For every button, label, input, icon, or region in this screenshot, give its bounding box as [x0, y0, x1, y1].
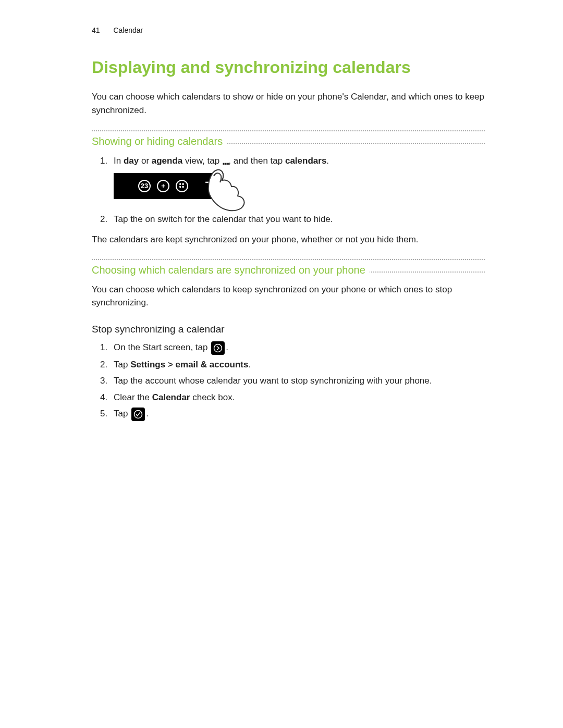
step-2: 2. Tap Settings > email & accounts.: [114, 358, 485, 372]
steps-list-1: 1. In day or agenda view, tap ..., and t…: [92, 154, 485, 226]
check-icon: [131, 408, 145, 421]
step-4: 4. Clear the Calendar check box.: [114, 391, 485, 404]
divider: [92, 130, 485, 131]
tap-hand-illustration: [213, 173, 254, 209]
svg-point-0: [214, 344, 222, 352]
more-icon: ...: [222, 154, 228, 167]
today-icon: 23: [138, 180, 151, 192]
note-paragraph: The calendars are kept synchronized on y…: [92, 233, 485, 246]
page-header: 41 Calendar: [92, 25, 485, 36]
section-intro: You can choose which calendars to keep s…: [92, 283, 485, 310]
page-title: Displaying and synchronizing calendars: [92, 55, 485, 80]
appbar-figure: 23 + ...: [114, 173, 485, 209]
divider: [92, 259, 485, 260]
month-icon: [176, 180, 188, 192]
page-number: 41: [92, 26, 100, 34]
section-heading: Showing or hiding calendars: [92, 133, 227, 149]
step-5: 5. Tap .: [114, 407, 485, 421]
subsection-heading: Stop synchronizing a calendar: [92, 322, 485, 337]
arrow-right-icon: [211, 341, 225, 355]
section-name: Calendar: [113, 26, 143, 34]
intro-paragraph: You can choose which calendars to show o…: [92, 90, 485, 117]
step-2: 2. Tap the on switch for the calendar th…: [114, 213, 485, 226]
step-1: 1. In day or agenda view, tap ..., and t…: [114, 154, 485, 209]
step-1: 1. On the Start screen, tap .: [114, 341, 485, 355]
plus-icon: +: [157, 180, 169, 192]
steps-list-2: 1. On the Start screen, tap . 2. Tap Set…: [92, 341, 485, 421]
step-3: 3. Tap the account whose calendar you wa…: [114, 374, 485, 388]
section-choosing-sync: Choosing which calendars are synchronize…: [92, 259, 485, 278]
section-showing-hiding: Showing or hiding calendars: [92, 130, 485, 149]
appbar: 23 + ...: [114, 173, 213, 199]
section-heading: Choosing which calendars are synchronize…: [92, 262, 370, 278]
